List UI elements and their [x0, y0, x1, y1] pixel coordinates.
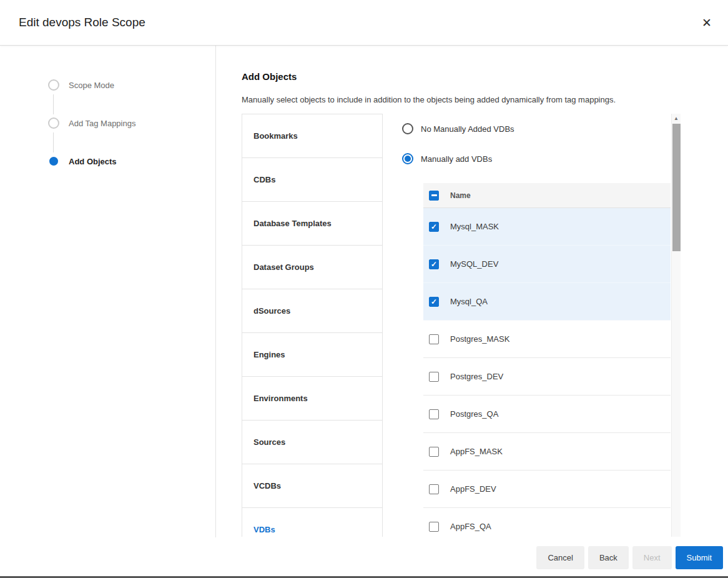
radio-icon — [402, 123, 413, 134]
table-row-mysql-mask[interactable]: Mysql_MASK — [423, 208, 671, 246]
stepper-step-add-tag-mappings[interactable]: Add Tag Mappings — [48, 117, 215, 156]
back-button[interactable]: Back — [588, 546, 629, 569]
submit-button[interactable]: Submit — [676, 546, 723, 569]
radio-option-no-manually-added-vdbs[interactable]: No Manually Added VDBs — [402, 123, 671, 134]
category-label: Sources — [253, 437, 285, 447]
table-row-appfs-qa[interactable]: AppFS_QA — [423, 508, 671, 537]
close-icon[interactable]: ✕ — [698, 13, 716, 32]
row-checkbox[interactable] — [429, 334, 439, 344]
category-label: Engines — [253, 350, 285, 359]
category-label: CDBs — [253, 175, 275, 184]
radio-label: No Manually Added VDBs — [421, 124, 514, 134]
row-checkbox[interactable] — [429, 522, 439, 532]
row-checkbox[interactable] — [429, 372, 439, 382]
category-tab-cdbs[interactable]: CDBs — [242, 158, 383, 202]
table-header-row: Name — [423, 183, 671, 208]
row-name: Mysql_MASK — [450, 222, 499, 231]
vdb-selection-panel: No Manually Added VDBs Manually add VDBs… — [402, 114, 681, 537]
select-all-checkbox[interactable] — [429, 191, 439, 201]
step-label: Add Tag Mappings — [69, 118, 135, 129]
row-checkbox[interactable] — [429, 447, 439, 457]
category-label: VDBs — [253, 525, 275, 534]
category-tab-environments[interactable]: Environments — [242, 377, 383, 421]
category-label: Bookmarks — [253, 131, 298, 141]
table-row-postgres-mask[interactable]: Postgres_MASK — [423, 321, 671, 358]
name-column-header: Name — [450, 191, 471, 200]
table-row-postgres-qa[interactable]: Postgres_QA — [423, 396, 671, 433]
category-tab-bookmarks[interactable]: Bookmarks — [242, 114, 383, 158]
row-name: Mysql_QA — [450, 297, 488, 306]
category-label: VCDBs — [253, 481, 281, 491]
cancel-button[interactable]: Cancel — [536, 546, 584, 569]
table-row-mysql-qa[interactable]: Mysql_QA — [423, 283, 671, 321]
step-circle-icon — [49, 157, 58, 166]
step-content: Add Objects Manually select objects to i… — [216, 46, 728, 537]
radio-icon — [402, 153, 413, 164]
category-label: Environments — [253, 394, 308, 403]
row-name: MySQL_DEV — [450, 259, 498, 269]
row-checkbox[interactable] — [429, 297, 439, 307]
row-name: AppFS_MASK — [450, 447, 503, 456]
step-circle-icon — [48, 79, 59, 91]
scrollbar-up-button[interactable]: ▲ — [672, 114, 681, 123]
radio-option-manually-add-vdbs[interactable]: Manually add VDBs — [402, 153, 671, 164]
object-selection-panel: Bookmarks CDBs Database Templates Datase… — [242, 114, 681, 537]
category-tab-database-templates[interactable]: Database Templates — [242, 202, 383, 246]
object-category-list: Bookmarks CDBs Database Templates Datase… — [242, 114, 383, 537]
category-tab-sources[interactable]: Sources — [242, 421, 383, 464]
dialog-header: Edit devops Role Scope ✕ — [0, 0, 728, 46]
category-tab-dsources[interactable]: dSources — [242, 289, 383, 333]
table-row-appfs-dev[interactable]: AppFS_DEV — [423, 471, 671, 508]
step-label: Scope Mode — [69, 80, 114, 91]
category-label: dSources — [253, 306, 290, 316]
step-circle-icon — [48, 117, 59, 129]
up-arrow-icon: ▲ — [674, 116, 679, 121]
wizard-stepper: Scope Mode Add Tag Mappings Add Objects — [0, 46, 216, 537]
stepper-step-add-objects[interactable]: Add Objects — [48, 156, 215, 194]
category-tab-vcdbs[interactable]: VCDBs — [242, 464, 383, 508]
section-heading: Add Objects — [242, 71, 728, 82]
row-checkbox[interactable] — [429, 484, 439, 494]
table-row-mysql-dev[interactable]: MySQL_DEV — [423, 246, 671, 283]
dialog-title: Edit devops Role Scope — [19, 16, 145, 29]
category-tab-engines[interactable]: Engines — [242, 333, 383, 377]
vdb-mode-radio-group: No Manually Added VDBs Manually add VDBs — [402, 114, 671, 164]
category-tab-dataset-groups[interactable]: Dataset Groups — [242, 246, 383, 289]
row-name: AppFS_QA — [450, 522, 491, 531]
edit-role-scope-dialog: Edit devops Role Scope ✕ Scope Mode Add … — [0, 0, 728, 578]
vdb-table: Name Mysql_MASK MySQL_DEV Mysql_QA Postg… — [423, 183, 671, 537]
table-body: Mysql_MASK MySQL_DEV Mysql_QA Postgres_M… — [423, 208, 671, 537]
next-button: Next — [632, 546, 672, 569]
category-label: Database Templates — [253, 219, 332, 228]
category-label: Dataset Groups — [253, 262, 314, 272]
row-name: Postgres_DEV — [450, 372, 503, 381]
scrollbar-track[interactable]: ▲ — [671, 114, 681, 537]
row-checkbox[interactable] — [429, 259, 439, 269]
table-row-appfs-mask[interactable]: AppFS_MASK — [423, 433, 671, 471]
table-row-postgres-dev[interactable]: Postgres_DEV — [423, 358, 671, 396]
row-name: Postgres_MASK — [450, 334, 509, 344]
row-name: Postgres_QA — [450, 409, 498, 419]
row-checkbox[interactable] — [429, 409, 439, 419]
category-tab-vdbs[interactable]: VDBs — [242, 508, 383, 537]
scrollbar-thumb[interactable] — [672, 124, 681, 251]
section-description: Manually select objects to include in ad… — [242, 95, 728, 104]
dialog-body: Scope Mode Add Tag Mappings Add Objects … — [0, 46, 728, 537]
row-checkbox[interactable] — [429, 222, 439, 232]
step-label: Add Objects — [69, 156, 117, 167]
row-name: AppFS_DEV — [450, 484, 496, 494]
stepper-step-scope-mode[interactable]: Scope Mode — [48, 79, 215, 117]
radio-label: Manually add VDBs — [421, 154, 492, 164]
dialog-footer: Cancel Back Next Submit — [0, 537, 728, 578]
